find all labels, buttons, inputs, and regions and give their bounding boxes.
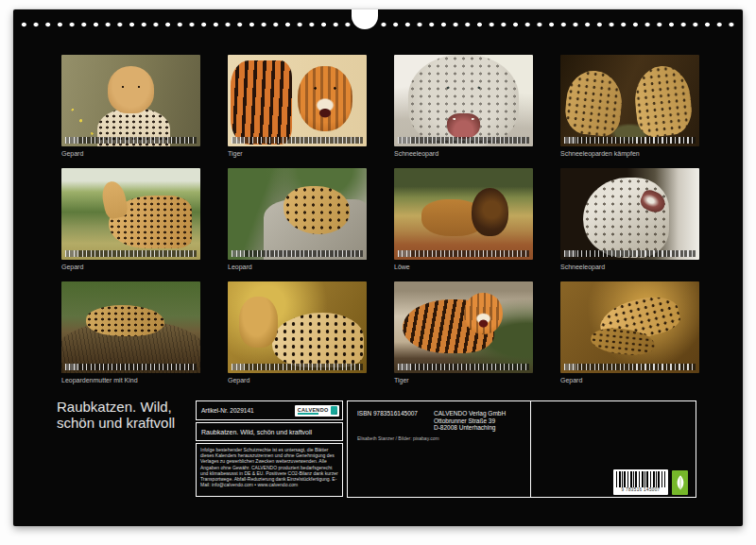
thumbnail-caption: Gepard [560, 377, 699, 384]
thumbnail-caption: Löwe [394, 264, 533, 271]
article-number-box: Artikel-Nr. 2029141 CALVENDO [196, 400, 343, 420]
photo-leopard-fels [228, 168, 367, 260]
back-cover-title: Raubkatzen. Wild, schön und kraftvoll [57, 399, 175, 431]
photo-schneeleoparden-kaempfen [560, 55, 699, 146]
thumbnail-caption: Schneeleopard [560, 264, 699, 271]
thumbnail-caption: Gepard [61, 264, 200, 271]
thumbnail-caption: Gepard [61, 150, 200, 158]
calvendo-wordmark: CALVENDO [298, 407, 329, 413]
publisher-box-divider [530, 401, 531, 497]
calvendo-logo-text-wrap: CALVENDO [298, 407, 329, 415]
publisher-street: Ottobrunner Straße 39 [434, 417, 506, 425]
legal-text: Infolge bestehender Schutzrechte ist es … [200, 447, 338, 487]
spiral-binding-holes [18, 19, 738, 30]
thumbnail-cell: Gepard [228, 281, 367, 395]
photo-gepard-liegend [228, 281, 367, 373]
photo-leopardenmutter-kind [61, 281, 200, 373]
calvendo-tagline-bar [298, 413, 318, 415]
back-cover-title-line1: Raubkatzen. Wild, [57, 399, 175, 415]
thumbnail-cell: Tiger [394, 281, 533, 395]
ean-barcode: 9 783516 145007 [613, 469, 668, 495]
publisher-name: CALVENDO Verlag GmbH [434, 410, 506, 417]
thumbnail-caption: Schneeleoparden kämpfen [560, 150, 699, 158]
photo-tiger-portrait [228, 55, 367, 146]
back-cover-title-line2: schön und kraftvoll [57, 415, 175, 431]
thumbnail-caption: Tiger [394, 377, 533, 384]
thumbnail-cell: Gepard [560, 281, 699, 395]
thumbnail-cell: Leopardenmutter mit Kind [61, 281, 200, 395]
article-number: Artikel-Nr. 2029141 [201, 407, 254, 414]
product-title-box: Raubkatzen. Wild, schön und kraftvoll [196, 422, 343, 441]
eco-leaf-logo [672, 470, 688, 495]
thumbnail-caption: Leopard [228, 264, 367, 271]
photo-tiger-liegend [394, 281, 533, 373]
photo-gepard-profil [61, 168, 200, 260]
photo-gepard-portrait [61, 55, 200, 146]
thumbnail-cell: Schneeleoparden kämpfen [560, 55, 699, 168]
ean-barcode-bars [616, 471, 665, 487]
leaf-icon [675, 474, 686, 492]
thumbnail-caption: Schneeleopard [394, 150, 533, 158]
thumbnail-cell: Gepard [61, 55, 200, 168]
month-thumbnail-grid: Gepard Tiger Schneeleopard Schneeleopard… [61, 55, 699, 395]
photo-loewe [394, 168, 533, 260]
ean-barcode-number: 9 783516 145007 [616, 487, 665, 493]
thumbnail-caption: Gepard [228, 377, 367, 384]
thumbnail-cell: Gepard [61, 168, 200, 281]
isbn-number: ISBN 9783516145007 [357, 410, 418, 417]
photo-schneeleopard-gaehnt [560, 168, 699, 260]
publisher-box: ISBN 9783516145007 CALVENDO Verlag GmbH … [347, 400, 696, 498]
thumbnail-cell: Löwe [394, 168, 533, 281]
photo-schneeleopard-face [394, 55, 533, 146]
thumbnail-cell: Leopard [228, 168, 367, 281]
thumbnail-cell: Tiger [228, 55, 367, 168]
thumbnail-caption: Tiger [228, 150, 367, 158]
thumbnail-cell: Schneeleopard [560, 168, 699, 281]
calvendo-logo-mark-icon [331, 406, 337, 415]
thumbnail-caption: Leopardenmutter mit Kind [61, 377, 200, 384]
product-title: Raubkatzen. Wild, schön und kraftvoll [201, 429, 312, 435]
thumbnail-cell: Schneeleopard [394, 55, 533, 168]
legal-text-box: Infolge bestehender Schutzrechte ist es … [196, 443, 343, 497]
calvendo-logo: CALVENDO [295, 405, 339, 417]
photo-gepard-laufend [560, 281, 699, 373]
publisher-city: D-82008 Unterhaching [434, 424, 506, 432]
calendar-back-cover: Gepard Tiger Schneeleopard Schneeleopard… [13, 9, 743, 526]
publisher-address: CALVENDO Verlag GmbH Ottobrunner Straße … [434, 410, 506, 432]
photo-credit: Elisabeth Stanzer / Bilder: pixabay.com [357, 435, 439, 441]
